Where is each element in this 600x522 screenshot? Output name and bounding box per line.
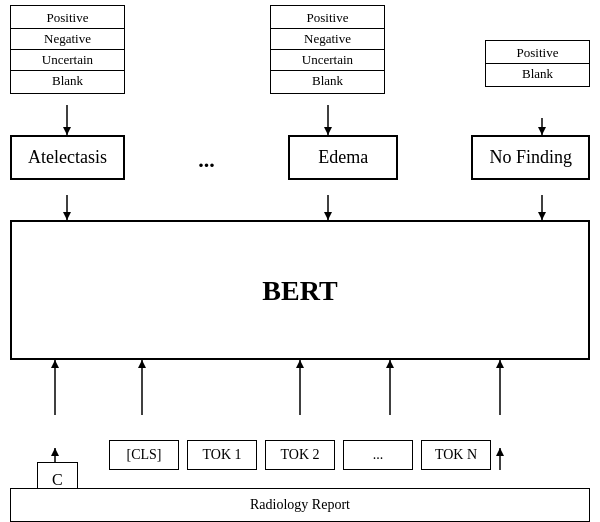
svg-marker-11 — [538, 212, 546, 220]
svg-marker-14 — [51, 360, 59, 368]
dots-separator: ... — [198, 135, 215, 173]
token-row: [CLS] TOK 1 TOK 2 ... TOK N — [0, 440, 600, 470]
svg-marker-7 — [63, 212, 71, 220]
label-no-finding: No Finding — [471, 135, 590, 180]
class-group-edema: Positive Negative Uncertain Blank — [270, 5, 385, 94]
token-dots: ... — [343, 440, 413, 470]
radiology-bar: Radiology Report — [10, 488, 590, 522]
svg-marker-9 — [324, 212, 332, 220]
class-negative-2: Negative — [271, 29, 384, 50]
token-1: TOK 1 — [187, 440, 257, 470]
class-uncertain-1: Uncertain — [11, 50, 124, 71]
diagram: Positive Negative Uncertain Blank Positi… — [0, 0, 600, 522]
svg-marker-22 — [496, 360, 504, 368]
label-edema: Edema — [288, 135, 398, 180]
svg-marker-5 — [538, 127, 546, 135]
token-cls: [CLS] — [109, 440, 179, 470]
svg-marker-20 — [386, 360, 394, 368]
class-positive-2: Positive — [271, 8, 384, 29]
label-row: Atelectasis ... Edema No Finding — [0, 135, 600, 180]
class-group-no-finding: Positive Blank — [485, 40, 590, 87]
class-blank-1: Blank — [11, 71, 124, 91]
class-blank-2: Blank — [271, 71, 384, 91]
class-box-no-finding: Positive Blank — [485, 40, 590, 87]
class-blank-3: Blank — [486, 64, 589, 84]
token-2: TOK 2 — [265, 440, 335, 470]
bert-label: BERT — [0, 220, 600, 307]
svg-marker-3 — [324, 127, 332, 135]
token-n: TOK N — [421, 440, 491, 470]
class-box-edema: Positive Negative Uncertain Blank — [270, 5, 385, 94]
svg-marker-16 — [138, 360, 146, 368]
class-negative-1: Negative — [11, 29, 124, 50]
class-positive-1: Positive — [11, 8, 124, 29]
class-positive-3: Positive — [486, 43, 589, 64]
class-box-atelectasis: Positive Negative Uncertain Blank — [10, 5, 125, 94]
class-uncertain-2: Uncertain — [271, 50, 384, 71]
svg-marker-18 — [296, 360, 304, 368]
class-group-atelectasis: Positive Negative Uncertain Blank — [10, 5, 125, 94]
label-atelectasis: Atelectasis — [10, 135, 125, 180]
svg-marker-1 — [63, 127, 71, 135]
